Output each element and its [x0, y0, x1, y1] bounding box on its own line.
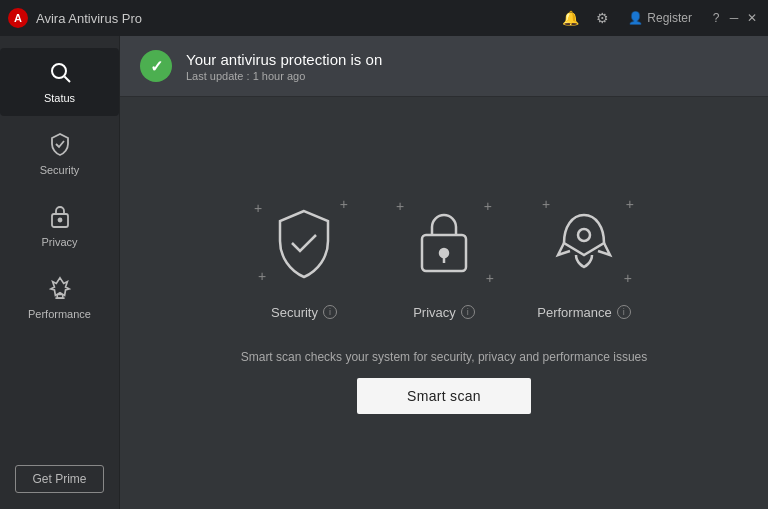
svg-point-9: [578, 229, 590, 241]
user-icon: 👤: [628, 11, 643, 25]
feature-cards: + + + Security i: [254, 193, 634, 320]
performance-icon: [49, 276, 71, 304]
svg-point-7: [440, 249, 448, 257]
plus-decoration: +: [542, 197, 550, 211]
plus-decoration: +: [486, 271, 494, 285]
security-label: Security: [40, 164, 80, 176]
plus-decoration: +: [396, 199, 404, 213]
smart-scan-button[interactable]: Smart scan: [357, 378, 531, 414]
status-title: Your antivirus protection is on: [186, 51, 382, 68]
gear-icon-button[interactable]: ⚙: [588, 4, 616, 32]
smart-scan-description: Smart scan checks your system for securi…: [241, 350, 648, 364]
status-icon: [48, 60, 72, 88]
smart-scan-section: Smart scan checks your system for securi…: [241, 350, 648, 414]
sidebar-item-performance[interactable]: Performance: [0, 264, 119, 332]
sidebar-item-privacy[interactable]: Privacy: [0, 192, 119, 260]
privacy-feature-label: Privacy i: [413, 305, 475, 320]
svg-point-3: [58, 219, 61, 222]
security-card-icon-wrap: + + +: [254, 193, 354, 293]
title-bar: A Avira Antivirus Pro 🔔 ⚙ 👤 Register ? ─…: [0, 0, 768, 36]
plus-decoration: +: [624, 271, 632, 285]
status-label: Status: [44, 92, 75, 104]
privacy-label: Privacy: [41, 236, 77, 248]
plus-decoration: +: [484, 199, 492, 213]
minimize-button[interactable]: ─: [726, 10, 742, 26]
security-icon: [49, 132, 71, 160]
features-area: + + + Security i: [120, 97, 768, 509]
privacy-card-icon-wrap: + + +: [394, 193, 494, 293]
privacy-info-icon[interactable]: i: [461, 305, 475, 319]
performance-card-icon-wrap: + + +: [534, 193, 634, 293]
svg-line-1: [64, 77, 70, 83]
bell-icon-button[interactable]: 🔔: [556, 4, 584, 32]
status-subtitle: Last update : 1 hour ago: [186, 70, 382, 82]
get-prime-button[interactable]: Get Prime: [15, 465, 103, 493]
plus-decoration: +: [254, 201, 262, 215]
privacy-icon: [50, 204, 70, 232]
protection-status-icon: [140, 50, 172, 82]
register-button[interactable]: 👤 Register: [620, 7, 700, 29]
performance-info-icon[interactable]: i: [617, 305, 631, 319]
app-body: Status Security Privacy: [0, 36, 768, 509]
privacy-feature-icon: [414, 207, 474, 279]
performance-feature-label: Performance i: [537, 305, 630, 320]
sidebar-item-security[interactable]: Security: [0, 120, 119, 188]
feature-card-privacy: + + + Privacy i: [394, 193, 494, 320]
plus-decoration: +: [340, 197, 348, 211]
feature-card-performance: + + +: [534, 193, 634, 320]
sidebar-item-status[interactable]: Status: [0, 48, 119, 116]
svg-point-0: [52, 64, 66, 78]
question-button[interactable]: ?: [708, 10, 724, 26]
security-info-icon[interactable]: i: [323, 305, 337, 319]
security-feature-icon: [272, 207, 336, 279]
status-text-group: Your antivirus protection is on Last upd…: [186, 51, 382, 82]
main-content: Your antivirus protection is on Last upd…: [120, 36, 768, 509]
performance-feature-icon: [554, 207, 614, 279]
security-feature-label: Security i: [271, 305, 337, 320]
feature-card-security: + + + Security i: [254, 193, 354, 320]
performance-label: Performance: [28, 308, 91, 320]
window-controls: ? ─ ✕: [708, 10, 760, 26]
title-bar-controls: 🔔 ⚙ 👤 Register ? ─ ✕: [556, 4, 760, 32]
status-bar: Your antivirus protection is on Last upd…: [120, 36, 768, 97]
close-button[interactable]: ✕: [744, 10, 760, 26]
plus-decoration: +: [258, 269, 266, 283]
app-logo: A: [8, 8, 28, 28]
sidebar: Status Security Privacy: [0, 36, 120, 509]
plus-decoration: +: [626, 197, 634, 211]
app-title: Avira Antivirus Pro: [36, 11, 548, 26]
